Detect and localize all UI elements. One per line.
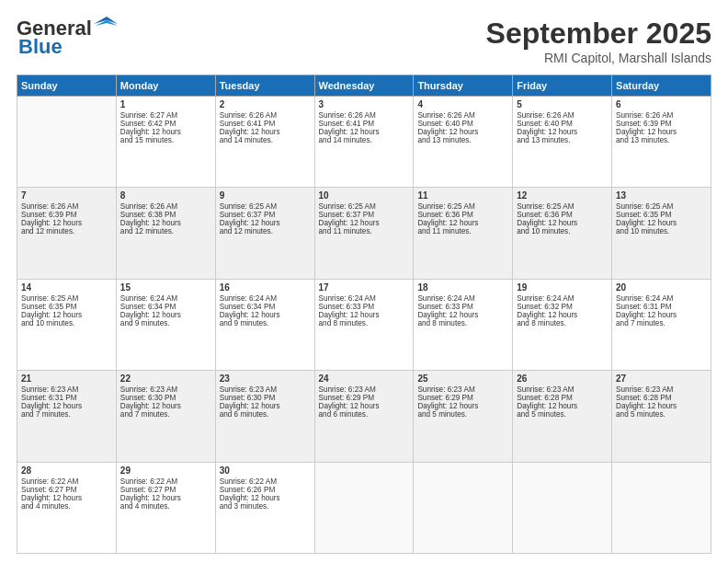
day-info-line: Sunset: 6:33 PM	[319, 303, 410, 311]
day-info-line: Sunrise: 6:26 AM	[417, 111, 508, 120]
day-info-line: and 7 minutes.	[120, 410, 211, 419]
col-header-tuesday: Tuesday	[215, 75, 314, 97]
day-info-line: Sunset: 6:31 PM	[21, 394, 112, 402]
calendar-week-row: 28Sunrise: 6:22 AMSunset: 6:27 PMDayligh…	[17, 462, 711, 553]
day-info-line: Sunrise: 6:24 AM	[120, 294, 211, 303]
day-number: 16	[220, 282, 311, 293]
day-info-line: Sunrise: 6:22 AM	[220, 477, 311, 486]
day-number: 8	[120, 190, 211, 201]
day-info-line: and 12 minutes.	[120, 227, 211, 236]
day-info-line: and 14 minutes.	[220, 136, 311, 144]
day-number: 20	[616, 282, 707, 293]
day-info-line: Sunrise: 6:24 AM	[616, 294, 707, 303]
day-number: 6	[616, 99, 707, 109]
day-info-line: Daylight: 12 hours	[319, 128, 410, 136]
day-number: 7	[21, 190, 112, 201]
col-header-sunday: Sunday	[17, 75, 117, 97]
day-info-line: Sunset: 6:39 PM	[616, 120, 707, 128]
day-info-line: Sunset: 6:29 PM	[417, 394, 508, 402]
day-info-line: and 6 minutes.	[319, 410, 410, 419]
day-number: 13	[616, 190, 707, 201]
day-info-line: and 5 minutes.	[616, 410, 707, 419]
day-info-line: Daylight: 12 hours	[120, 402, 211, 410]
day-info-line: Daylight: 12 hours	[319, 219, 410, 227]
day-info-line: Daylight: 12 hours	[517, 219, 608, 227]
calendar-cell: 5Sunrise: 6:26 AMSunset: 6:40 PMDaylight…	[513, 97, 612, 188]
day-info-line: Daylight: 12 hours	[417, 128, 508, 136]
day-info-line: Sunset: 6:31 PM	[616, 303, 707, 311]
logo-blue: Blue	[17, 35, 63, 59]
day-info-line: Sunrise: 6:23 AM	[616, 385, 707, 394]
day-info-line: and 12 minutes.	[220, 227, 311, 236]
day-number: 12	[517, 190, 608, 201]
calendar-cell: 26Sunrise: 6:23 AMSunset: 6:28 PMDayligh…	[513, 371, 612, 462]
day-info-line: Daylight: 12 hours	[319, 402, 410, 410]
day-info-line: Sunrise: 6:24 AM	[517, 294, 608, 303]
day-info-line: Sunset: 6:27 PM	[120, 486, 211, 494]
day-info-line: Daylight: 12 hours	[417, 219, 508, 227]
calendar-cell: 10Sunrise: 6:25 AMSunset: 6:37 PMDayligh…	[314, 188, 414, 279]
calendar-body: 1Sunrise: 6:27 AMSunset: 6:42 PMDaylight…	[17, 97, 711, 554]
day-info-line: Sunset: 6:30 PM	[120, 394, 211, 402]
calendar-cell: 24Sunrise: 6:23 AMSunset: 6:29 PMDayligh…	[314, 371, 414, 462]
day-info-line: and 13 minutes.	[616, 136, 707, 144]
logo-arrow-icon	[94, 17, 118, 37]
day-info-line: Daylight: 12 hours	[21, 402, 112, 410]
calendar-cell: 8Sunrise: 6:26 AMSunset: 6:38 PMDaylight…	[116, 188, 215, 279]
day-info-line: Sunrise: 6:23 AM	[21, 385, 112, 394]
day-info-line: Sunrise: 6:26 AM	[319, 111, 410, 120]
day-info-line: Sunrise: 6:26 AM	[616, 111, 707, 120]
day-info-line: Sunrise: 6:25 AM	[417, 202, 508, 211]
day-info-line: Daylight: 12 hours	[21, 494, 112, 502]
day-info-line: Sunset: 6:34 PM	[220, 303, 311, 311]
calendar-cell: 18Sunrise: 6:24 AMSunset: 6:33 PMDayligh…	[414, 279, 513, 370]
day-info-line: Sunset: 6:41 PM	[319, 120, 410, 128]
day-info-line: and 10 minutes.	[616, 227, 707, 236]
day-number: 23	[220, 373, 311, 384]
calendar-week-row: 21Sunrise: 6:23 AMSunset: 6:31 PMDayligh…	[17, 371, 711, 462]
calendar-week-row: 7Sunrise: 6:26 AMSunset: 6:39 PMDaylight…	[17, 188, 711, 279]
day-info-line: and 11 minutes.	[319, 227, 410, 236]
day-info-line: Sunrise: 6:23 AM	[120, 385, 211, 394]
day-info-line: Sunset: 6:26 PM	[220, 486, 311, 494]
day-info-line: Sunset: 6:36 PM	[417, 211, 508, 219]
day-info-line: Daylight: 12 hours	[517, 402, 608, 410]
calendar-cell: 15Sunrise: 6:24 AMSunset: 6:34 PMDayligh…	[116, 279, 215, 370]
day-info-line: Sunrise: 6:25 AM	[21, 294, 112, 303]
day-info-line: Daylight: 12 hours	[417, 311, 508, 319]
day-info-line: Sunset: 6:35 PM	[21, 303, 112, 311]
day-info-line: and 8 minutes.	[319, 319, 410, 327]
day-number: 4	[417, 99, 508, 109]
day-info-line: and 8 minutes.	[417, 319, 508, 327]
col-header-monday: Monday	[116, 75, 215, 97]
day-info-line: Daylight: 12 hours	[220, 219, 311, 227]
day-info-line: and 12 minutes.	[21, 227, 112, 236]
day-info-line: Sunrise: 6:23 AM	[417, 385, 508, 394]
location-title: RMI Capitol, Marshall Islands	[486, 51, 711, 65]
calendar-cell	[17, 97, 117, 188]
day-info-line: and 9 minutes.	[220, 319, 311, 327]
day-number: 21	[21, 373, 112, 384]
day-info-line: Sunset: 6:30 PM	[220, 394, 311, 402]
day-info-line: Sunset: 6:28 PM	[517, 394, 608, 402]
calendar-cell	[612, 462, 711, 553]
day-info-line: Sunrise: 6:25 AM	[517, 202, 608, 211]
day-info-line: and 5 minutes.	[517, 410, 608, 419]
calendar-cell: 25Sunrise: 6:23 AMSunset: 6:29 PMDayligh…	[414, 371, 513, 462]
day-info-line: and 4 minutes.	[21, 502, 112, 511]
day-info-line: Daylight: 12 hours	[616, 219, 707, 227]
day-info-line: Sunrise: 6:23 AM	[319, 385, 410, 394]
day-info-line: Sunrise: 6:26 AM	[21, 202, 112, 211]
day-info-line: Sunrise: 6:24 AM	[417, 294, 508, 303]
calendar-table: SundayMondayTuesdayWednesdayThursdayFrid…	[17, 75, 711, 554]
col-header-friday: Friday	[513, 75, 612, 97]
day-info-line: and 15 minutes.	[120, 136, 211, 144]
col-header-thursday: Thursday	[414, 75, 513, 97]
day-info-line: Sunrise: 6:23 AM	[220, 385, 311, 394]
day-number: 1	[120, 99, 211, 109]
day-info-line: Sunset: 6:36 PM	[517, 211, 608, 219]
day-info-line: and 7 minutes.	[21, 410, 112, 419]
day-info-line: and 7 minutes.	[616, 319, 707, 327]
day-info-line: and 5 minutes.	[417, 410, 508, 419]
day-info-line: Sunset: 6:42 PM	[120, 120, 211, 128]
